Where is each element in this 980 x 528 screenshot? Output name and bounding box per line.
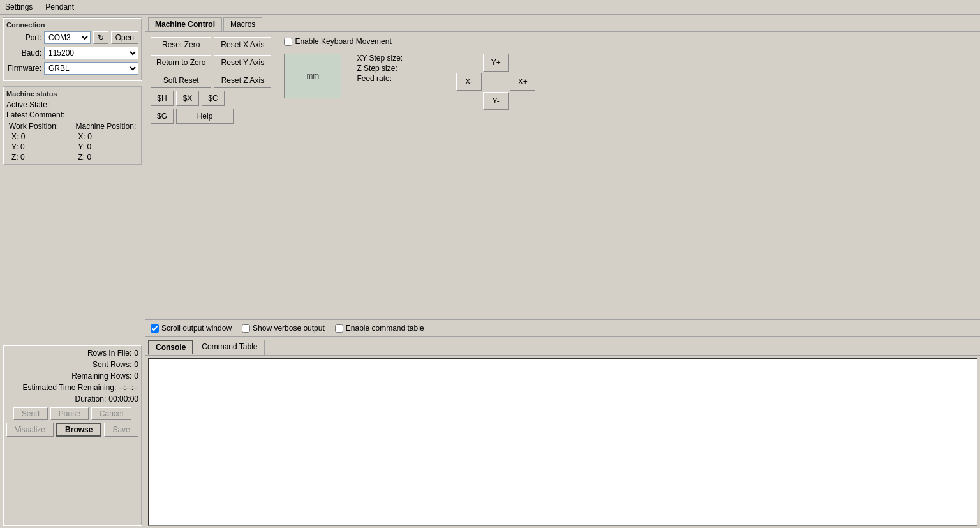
menubar-pendant[interactable]: Pendant (43, 1, 77, 13)
send-button[interactable]: Send (13, 407, 48, 420)
rows-in-file-row: Rows In File: 0 (6, 349, 138, 358)
remaining-rows-row: Remaining Rows: 0 (6, 372, 138, 381)
tab-console[interactable]: Console (148, 340, 193, 355)
baud-row: Baud: 115200 9600 19200 38400 57600 (6, 47, 138, 59)
sent-rows-label: Sent Rows: (93, 360, 131, 369)
refresh-button[interactable]: ↻ (93, 31, 108, 44)
help-button[interactable]: Help (176, 109, 234, 124)
scroll-output-option[interactable]: Scroll output window (151, 324, 232, 333)
tab-command-table[interactable]: Command Table (195, 340, 264, 355)
x-minus-button[interactable]: X- (456, 73, 482, 91)
machine-x-label: X: 0 (73, 132, 139, 141)
reset-z-axis-button[interactable]: Reset Z Axis (214, 73, 271, 88)
work-y-value: 0 (20, 142, 25, 151)
show-verbose-checkbox[interactable] (242, 324, 250, 333)
machine-z-value: 0 (87, 153, 92, 162)
baud-select[interactable]: 115200 9600 19200 38400 57600 (44, 47, 138, 59)
machine-y-value: 0 (87, 142, 92, 151)
mm-label: mm (306, 72, 319, 80)
sh-button[interactable]: $H (151, 91, 174, 106)
connection-section: Connection Port: COM3 COM1 COM2 COM4 ↻ O… (3, 17, 142, 81)
duration-label: Duration: (75, 395, 107, 404)
work-z-value: 0 (20, 153, 25, 162)
work-x-value: 0 (21, 132, 26, 141)
main-layout: Connection Port: COM3 COM1 COM2 COM4 ↻ O… (0, 15, 980, 528)
jog-empty-br (510, 92, 535, 110)
port-select[interactable]: COM3 COM1 COM2 COM4 (44, 31, 91, 44)
machine-status-title: Machine status (6, 90, 138, 98)
control-buttons-area: Reset Zero Reset X Axis Return to Zero R… (151, 37, 274, 314)
save-button[interactable]: Save (104, 423, 138, 437)
duration-value: 00:00:00 (108, 395, 138, 404)
machine-position-header: Machine Position: (73, 122, 139, 131)
sc-button[interactable]: $C (202, 91, 225, 106)
reset-y-axis-button[interactable]: Reset Y Axis (214, 55, 271, 70)
show-verbose-option[interactable]: Show verbose output (242, 324, 325, 333)
enable-keyboard-checkbox[interactable] (284, 38, 292, 46)
duration-row: Duration: 00:00:00 (6, 395, 138, 404)
feed-rate-row: Feed rate: (357, 74, 403, 83)
reset-zero-button[interactable]: Reset Zero (151, 37, 211, 52)
work-z-label: Z: 0 (6, 153, 72, 162)
firmware-label: Firmware: (6, 64, 41, 73)
active-state-row: Active State: (6, 100, 138, 109)
machine-y-label: Y: 0 (73, 142, 139, 151)
port-label: Port: (6, 33, 41, 42)
display-params-area: mm (284, 54, 341, 110)
visualize-button[interactable]: Visualize (6, 423, 54, 437)
left-panel: Connection Port: COM3 COM1 COM2 COM4 ↻ O… (0, 15, 145, 528)
menubar-settings[interactable]: Settings (3, 1, 35, 13)
port-row: Port: COM3 COM1 COM2 COM4 ↻ Open (6, 31, 138, 44)
enable-command-table-label: Enable command table (346, 324, 424, 333)
jog-buttons-area: Y+ X- X+ Y- (456, 54, 535, 110)
machine-status-section: Machine status Active State: Latest Comm… (3, 86, 142, 165)
jog-grid: Y+ X- X+ Y- (456, 54, 535, 110)
sx-button[interactable]: $X (176, 91, 199, 106)
cancel-button[interactable]: Cancel (91, 407, 131, 420)
jog-empty-tl (456, 54, 482, 72)
z-step-row: Z Step size: (357, 64, 403, 73)
file-btn-row-2: Visualize Browse Save (6, 423, 138, 437)
file-btn-row-1: Send Pause Cancel (6, 407, 138, 420)
estimated-time-label: Estimated Time Remaining: (23, 383, 117, 392)
main-control-grid: Reset Zero Reset X Axis Return to Zero R… (151, 37, 274, 88)
latest-comment-label: Latest Comment: (6, 110, 64, 119)
pause-button[interactable]: Pause (50, 407, 89, 420)
tab-machine-control[interactable]: Machine Control (148, 17, 222, 31)
rows-in-file-label: Rows In File: (87, 349, 131, 358)
machine-z-label: Z: 0 (73, 153, 139, 162)
enable-command-table-option[interactable]: Enable command table (335, 324, 424, 333)
return-to-zero-button[interactable]: Return to Zero (151, 55, 211, 70)
scroll-output-checkbox[interactable] (151, 324, 159, 333)
firmware-row: Firmware: GRBL Smoothie TinyG (6, 62, 138, 75)
jog-empty-bl (456, 92, 482, 110)
reset-x-axis-button[interactable]: Reset X Axis (214, 37, 271, 52)
open-button[interactable]: Open (111, 31, 138, 44)
options-row: Scroll output window Show verbose output… (145, 319, 980, 336)
position-grid: Work Position: Machine Position: X: 0 X:… (6, 122, 138, 162)
jog-params: XY Step size: Z Step size: Feed rate: (357, 54, 403, 110)
xy-step-row: XY Step size: (357, 54, 403, 63)
tab-macros[interactable]: Macros (223, 17, 262, 31)
baud-label: Baud: (6, 49, 41, 57)
estimated-time-value: --:--:-- (119, 383, 138, 392)
soft-reset-button[interactable]: Soft Reset (151, 73, 211, 88)
right-panel: Machine Control Macros Reset Zero Reset … (145, 15, 980, 528)
machine-x-value: 0 (87, 132, 92, 141)
xy-step-label: XY Step size: (357, 54, 403, 63)
x-plus-button[interactable]: X+ (510, 73, 535, 91)
y-plus-button[interactable]: Y+ (483, 54, 509, 72)
browse-button[interactable]: Browse (56, 423, 101, 437)
work-position-header: Work Position: (6, 122, 72, 131)
enable-keyboard-row: Enable Keyboard Movement (284, 37, 975, 46)
firmware-select[interactable]: GRBL Smoothie TinyG (44, 62, 138, 75)
sg-button[interactable]: $G (151, 109, 174, 124)
connection-title: Connection (6, 21, 138, 29)
enable-command-table-checkbox[interactable] (335, 324, 343, 333)
z-step-label: Z Step size: (357, 64, 397, 73)
keyboard-content: mm XY Step size: Z Step size: Feed (284, 54, 975, 110)
console-tab-bar: Console Command Table (145, 337, 980, 356)
scroll-output-label: Scroll output window (161, 324, 232, 333)
jog-empty-center (483, 73, 509, 91)
y-minus-button[interactable]: Y- (483, 92, 509, 110)
